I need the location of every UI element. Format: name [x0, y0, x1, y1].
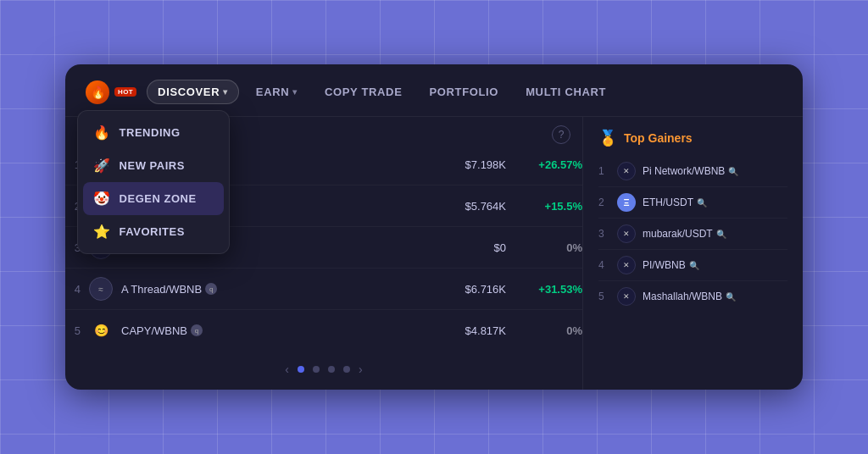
gainer-icon: ✕ [617, 256, 636, 274]
right-panel: 🏅 Top Gainers 1 ✕ Pi Network/WBNB 🔍 2 Ξ … [582, 117, 803, 390]
gainer-number: 5 [598, 291, 610, 302]
chevron-down-icon: ▾ [223, 87, 228, 97]
pair-exchange-icon: q [191, 324, 203, 336]
nav-portfolio[interactable]: PORTFOLIO [419, 80, 509, 103]
token-price: $4.817K [430, 324, 506, 337]
nav-copy-trade-label: COPY TRADE [325, 86, 403, 98]
gainer-row: 3 ✕ mubarak/USDT 🔍 [598, 219, 787, 250]
clown-icon: 🤡 [93, 191, 111, 207]
page-dot-2[interactable] [313, 366, 320, 373]
token-change: +15.5% [515, 200, 582, 213]
token-change: 0% [515, 324, 582, 337]
pair-exchange-icon: q [205, 283, 217, 295]
hot-badge: HOT [114, 87, 136, 97]
token-change: 0% [515, 241, 582, 254]
page-dot-4[interactable] [343, 366, 350, 373]
token-icon: 😊 [89, 318, 113, 342]
help-icon[interactable]: ? [552, 125, 570, 144]
logo-icon: 🔥 [86, 80, 109, 104]
dropdown-favorites-label: FAVORITES [120, 225, 185, 238]
gainer-number: 3 [598, 228, 610, 240]
page-dot-3[interactable] [328, 366, 335, 373]
gainer-row: 1 ✕ Pi Network/WBNB 🔍 [598, 156, 787, 187]
discover-dropdown: 🔥 TRENDING 🚀 NEW PAIRS 🤡 DEGEN ZONE ⭐ FA… [77, 110, 230, 254]
medal-icon: 🏅 [598, 129, 617, 147]
dropdown-favorites[interactable]: ⭐ FAVORITES [78, 215, 229, 248]
gainer-icon: ✕ [617, 224, 636, 243]
search-icon[interactable]: 🔍 [689, 261, 699, 270]
nav-bar: 🔥 HOT DISCOVER ▾ EARN ▾ COPY TRADE PORTF… [65, 64, 803, 117]
token-price: $7.198K [430, 158, 506, 171]
gainer-name: mubarak/USDT 🔍 [643, 228, 787, 240]
gainer-icon: ✕ [617, 162, 636, 180]
nav-earn-label: EARN [256, 86, 289, 98]
table-row: 5 😊 CAPY/WBNB q $4.817K 0% [65, 310, 582, 351]
search-icon[interactable]: 🔍 [716, 230, 726, 239]
chevron-down-icon: ▾ [292, 87, 298, 97]
next-page-button[interactable]: › [359, 363, 363, 376]
nav-copy-trade[interactable]: COPY TRADE [314, 80, 413, 103]
token-change: +26.57% [515, 158, 582, 171]
dropdown-degen-zone[interactable]: 🤡 DEGEN ZONE [83, 182, 224, 215]
main-card: 🔥 HOT DISCOVER ▾ EARN ▾ COPY TRADE PORTF… [65, 64, 803, 390]
token-icon: ≈ [89, 277, 113, 301]
star-icon: ⭐ [93, 224, 111, 240]
nav-multi-chart[interactable]: MULTI CHART [515, 80, 616, 103]
prev-page-button[interactable]: ‹ [285, 363, 289, 376]
nav-discover[interactable]: DISCOVER ▾ [147, 80, 239, 104]
nav-multi-chart-label: MULTI CHART [526, 86, 606, 98]
table-row: 4 ≈ A Thread/WBNB q $6.716K +31.53% [65, 269, 582, 310]
token-price: $0 [430, 241, 506, 254]
dropdown-degen-zone-label: DEGEN ZONE [120, 192, 197, 205]
gainer-name: ETH/USDT 🔍 [643, 197, 787, 208]
gainer-icon: Ξ [617, 193, 636, 212]
gainer-row: 2 Ξ ETH/USDT 🔍 [598, 187, 787, 219]
gainer-name: Mashallah/WBNB 🔍 [643, 291, 787, 302]
top-gainers-title: 🏅 Top Gainers [598, 129, 787, 147]
token-name: A Thread/WBNB q [121, 283, 421, 296]
row-number: 4 [65, 283, 81, 296]
token-name: CAPY/WBNB q [121, 324, 421, 337]
gainer-row: 5 ✕ Mashallah/WBNB 🔍 [598, 281, 787, 312]
token-price: $5.764K [430, 200, 506, 213]
gainer-icon: ✕ [617, 287, 636, 306]
page-dot-1[interactable] [298, 366, 304, 373]
gainer-row: 4 ✕ PI/WBNB 🔍 [598, 250, 787, 281]
gainer-number: 1 [598, 165, 610, 177]
rocket-icon: 🚀 [93, 158, 111, 174]
row-number: 5 [65, 324, 81, 337]
dropdown-trending-label: TRENDING [120, 126, 181, 139]
gainer-number: 4 [598, 259, 610, 271]
nav-discover-label: DISCOVER [158, 86, 220, 98]
search-icon[interactable]: 🔍 [728, 167, 738, 176]
nav-portfolio-label: PORTFOLIO [429, 86, 498, 98]
token-price: $6.716K [430, 283, 506, 296]
dropdown-new-pairs-label: NEW PAIRS [120, 159, 185, 172]
dropdown-trending[interactable]: 🔥 TRENDING [78, 116, 229, 149]
search-icon[interactable]: 🔍 [726, 292, 736, 302]
nav-earn[interactable]: EARN ▾ [246, 80, 308, 103]
token-change: +31.53% [515, 283, 582, 296]
top-gainers-label: Top Gainers [624, 131, 693, 145]
gainer-number: 2 [598, 197, 610, 208]
gainer-name: Pi Network/WBNB 🔍 [643, 165, 787, 177]
pagination: ‹ › [65, 351, 582, 390]
logo-area: 🔥 HOT [86, 80, 136, 104]
fire-icon: 🔥 [93, 125, 111, 141]
gainer-name: PI/WBNB 🔍 [643, 259, 787, 271]
dropdown-new-pairs[interactable]: 🚀 NEW PAIRS [78, 149, 229, 182]
search-icon[interactable]: 🔍 [697, 198, 707, 208]
